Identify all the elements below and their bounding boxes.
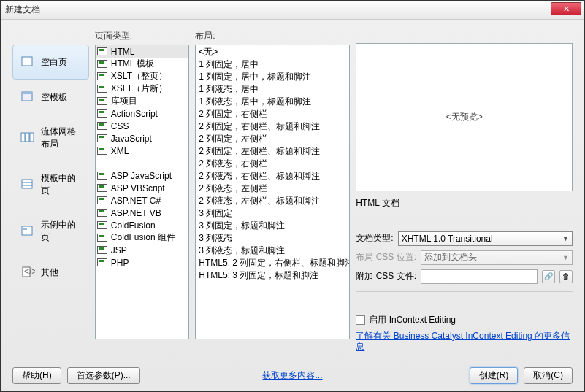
enable-ice-checkbox[interactable] bbox=[356, 315, 365, 325]
layout-css-select: 添加到文档头 ▼ bbox=[421, 250, 573, 265]
layout-item[interactable]: 2 列固定，左侧栏、标题和脚注 bbox=[196, 145, 349, 157]
layout-item[interactable]: 2 列固定，右侧栏 bbox=[196, 107, 349, 120]
layout-item[interactable]: 1 列固定，居中 bbox=[196, 58, 349, 70]
doctype-row: 文档类型: XHTML 1.0 Transitional ▼ bbox=[356, 231, 573, 246]
file-icon bbox=[97, 196, 109, 205]
layout-item[interactable]: HTML5: 2 列固定，右侧栏、标题和脚注 bbox=[196, 256, 349, 269]
create-button[interactable]: 创建(R) bbox=[470, 367, 519, 384]
layout-item[interactable]: 2 列液态，右侧栏、标题和脚注 bbox=[196, 169, 349, 182]
page-type-item[interactable]: ASP.NET VB bbox=[96, 207, 188, 219]
page-type-item[interactable]: JSP bbox=[96, 244, 188, 256]
category-sidebar: 空白页 空模板 流体网格布局 模板中的页 示例中的页 </> 其他 bbox=[12, 30, 89, 353]
close-button[interactable]: ✕ bbox=[551, 2, 581, 15]
layout-item[interactable]: 2 列液态，左侧栏 bbox=[196, 182, 349, 194]
layout-item[interactable]: 3 列液态，标题和脚注 bbox=[196, 244, 349, 256]
layout-item[interactable]: 1 列液态，居中 bbox=[196, 82, 349, 95]
template-page-icon bbox=[20, 178, 35, 191]
file-icon bbox=[97, 72, 109, 81]
file-icon bbox=[97, 134, 109, 143]
file-icon bbox=[97, 234, 109, 242]
file-icon bbox=[97, 85, 109, 93]
link-css-button[interactable]: 🔗 bbox=[542, 270, 555, 283]
ice-info-link[interactable]: 了解有关 Business Catalyst InContext Editing… bbox=[356, 331, 573, 353]
help-button[interactable]: 帮助(H) bbox=[12, 367, 61, 384]
layout-item[interactable]: 1 列液态，居中，标题和脚注 bbox=[196, 95, 349, 107]
layout-item[interactable]: 2 列固定，左侧栏 bbox=[196, 132, 349, 145]
layout-item[interactable]: HTML5: 3 列固定，标题和脚注 bbox=[196, 269, 349, 281]
doctype-select[interactable]: XHTML 1.0 Transitional ▼ bbox=[398, 231, 573, 246]
sidebar-item-sample-page[interactable]: 示例中的页 bbox=[12, 208, 89, 255]
page-type-item[interactable]: ASP.NET C# bbox=[96, 194, 188, 207]
sidebar-item-blank-template[interactable]: 空模板 bbox=[12, 80, 89, 115]
file-icon bbox=[97, 147, 109, 155]
page-type-item[interactable]: ActionScript bbox=[96, 107, 188, 120]
page-type-item[interactable]: XSLT（整页） bbox=[96, 70, 188, 82]
file-icon bbox=[97, 60, 109, 69]
svg-text:</>: </> bbox=[24, 266, 35, 277]
layout-item[interactable]: 2 列液态，左侧栏、标题和脚注 bbox=[196, 194, 349, 207]
cancel-button[interactable]: 取消(C) bbox=[524, 367, 573, 384]
file-icon bbox=[97, 184, 109, 193]
attach-css-label: 附加 CSS 文件: bbox=[356, 270, 416, 283]
svg-rect-9 bbox=[22, 226, 32, 235]
layout-css-value: 添加到文档头 bbox=[424, 251, 477, 264]
enable-ice-row: 启用 InContext Editing bbox=[356, 314, 573, 326]
sidebar-item-other[interactable]: </> 其他 bbox=[12, 255, 89, 290]
file-icon bbox=[97, 221, 109, 230]
prefs-button[interactable]: 首选参数(P)... bbox=[67, 367, 140, 384]
layout-item[interactable]: <无> bbox=[196, 45, 349, 58]
page-type-listbox[interactable]: HTMLHTML 模板XSLT（整页）XSLT（片断）库项目ActionScri… bbox=[95, 45, 189, 339]
sidebar-item-label: 流体网格布局 bbox=[41, 126, 81, 150]
page-type-item[interactable]: ColdFusion bbox=[96, 219, 188, 231]
page-type-item[interactable]: ASP JavaScript bbox=[96, 169, 188, 182]
sidebar-item-label: 示例中的页 bbox=[41, 219, 81, 244]
page-type-item[interactable]: JavaScript bbox=[96, 132, 188, 145]
page-type-item[interactable]: XML bbox=[96, 145, 188, 157]
layout-css-label: 布局 CSS 位置: bbox=[356, 251, 416, 264]
enable-ice-label: 启用 InContext Editing bbox=[369, 314, 456, 326]
sidebar-item-label: 空白页 bbox=[41, 56, 67, 69]
sidebar-item-template-page[interactable]: 模板中的页 bbox=[12, 161, 89, 208]
file-icon bbox=[97, 246, 109, 255]
sidebar-item-label: 空模板 bbox=[41, 91, 67, 104]
svg-rect-3 bbox=[21, 133, 25, 142]
layout-item[interactable]: 3 列固定 bbox=[196, 207, 349, 219]
footer: 帮助(H) 首选参数(P)... 获取更多内容... 创建(R) 取消(C) bbox=[12, 367, 573, 384]
blank-page-icon bbox=[20, 55, 35, 69]
layout-listbox[interactable]: <无>1 列固定，居中1 列固定，居中，标题和脚注1 列液态，居中1 列液态，居… bbox=[195, 45, 350, 339]
svg-rect-5 bbox=[30, 133, 34, 142]
layout-header: 布局: bbox=[195, 30, 350, 43]
sidebar-item-label: 其他 bbox=[41, 266, 58, 279]
page-type-item[interactable]: ColdFusion 组件 bbox=[96, 231, 188, 244]
file-icon bbox=[97, 122, 109, 131]
sidebar-item-fluid-grid[interactable]: 流体网格布局 bbox=[12, 115, 89, 161]
page-type-item[interactable]: CSS bbox=[96, 120, 188, 132]
page-type-item[interactable]: PHP bbox=[96, 256, 188, 269]
layout-column: 布局: <无>1 列固定，居中1 列固定，居中，标题和脚注1 列液态，居中1 列… bbox=[195, 30, 350, 353]
doctype-label: 文档类型: bbox=[356, 232, 393, 245]
svg-rect-0 bbox=[22, 57, 32, 66]
layout-item[interactable]: 2 列液态，右侧栏 bbox=[196, 157, 349, 169]
page-type-item[interactable]: 库项目 bbox=[96, 95, 188, 107]
remove-css-button[interactable]: 🗑 bbox=[559, 270, 573, 283]
layout-css-row: 布局 CSS 位置: 添加到文档头 ▼ bbox=[356, 250, 573, 265]
sidebar-item-label: 模板中的页 bbox=[41, 172, 81, 197]
dialog-title: 新建文档 bbox=[5, 4, 40, 16]
new-document-dialog: 新建文档 ✕ 空白页 空模板 流体网格布局 模板中的页 bbox=[0, 0, 585, 392]
page-type-item[interactable]: XSLT（片断） bbox=[96, 82, 188, 95]
page-type-item[interactable]: HTML bbox=[96, 45, 188, 58]
file-icon bbox=[97, 47, 109, 56]
page-type-item[interactable]: ASP VBScript bbox=[96, 182, 188, 194]
layout-item[interactable]: 3 列固定，标题和脚注 bbox=[196, 219, 349, 231]
layout-item[interactable]: 3 列液态 bbox=[196, 231, 349, 244]
file-icon bbox=[97, 109, 109, 118]
get-more-link[interactable]: 获取更多内容... bbox=[262, 370, 322, 382]
file-icon bbox=[97, 172, 109, 180]
attach-css-input[interactable] bbox=[421, 269, 538, 284]
chevron-down-icon: ▼ bbox=[562, 235, 569, 242]
page-type-item[interactable]: HTML 模板 bbox=[96, 58, 188, 70]
sidebar-item-blank-page[interactable]: 空白页 bbox=[12, 45, 89, 80]
layout-item[interactable]: 1 列固定，居中，标题和脚注 bbox=[196, 70, 349, 82]
layout-item[interactable]: 2 列固定，右侧栏、标题和脚注 bbox=[196, 120, 349, 132]
svg-rect-10 bbox=[23, 228, 27, 230]
